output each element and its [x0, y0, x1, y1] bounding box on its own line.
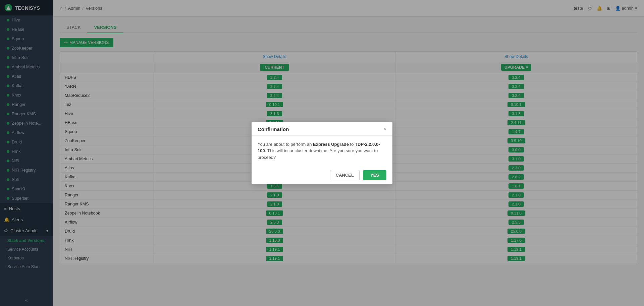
- modal-body: You are about to perform an Express Upgr…: [252, 136, 392, 166]
- modal-title: Confirmation: [258, 126, 289, 132]
- cancel-button[interactable]: CANCEL: [330, 170, 360, 180]
- modal-body-prefix: You are about to perform an: [258, 142, 313, 147]
- yes-button[interactable]: YES: [363, 170, 386, 180]
- modal-overlay[interactable]: Confirmation × You are about to perform …: [0, 0, 644, 306]
- modal-body-bold1: Express Upgrade: [313, 142, 349, 147]
- confirmation-modal: Confirmation × You are about to perform …: [252, 122, 392, 185]
- modal-footer: CANCEL YES: [252, 166, 392, 184]
- modal-body-suffix: . This will incur cluster downtime. Are …: [258, 148, 378, 160]
- modal-close-button[interactable]: ×: [383, 126, 386, 132]
- modal-body-mid: to: [349, 142, 355, 147]
- modal-header: Confirmation ×: [252, 122, 392, 136]
